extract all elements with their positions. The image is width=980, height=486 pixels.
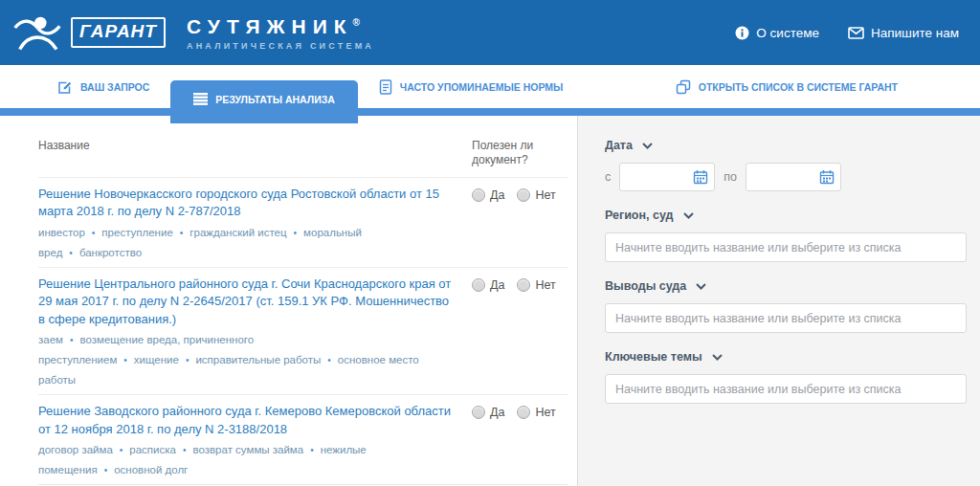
radio-circle-icon bbox=[472, 188, 485, 202]
useful-column-header: Полезен ли документ? bbox=[472, 139, 568, 167]
result-tag[interactable]: расписка bbox=[129, 444, 176, 455]
app-title: СУТЯЖНИК® bbox=[187, 15, 374, 38]
radio-no[interactable]: Нет bbox=[517, 278, 555, 292]
radio-circle-icon bbox=[472, 406, 485, 419]
tabs: Ваш запрос Результаты анализа bbox=[0, 73, 980, 108]
result-tag[interactable]: возврат суммы займа bbox=[192, 444, 303, 455]
tag-separator: • bbox=[327, 355, 331, 365]
conclusions-filter-toggle[interactable]: Выводы суда bbox=[605, 279, 965, 293]
radio-yes[interactable]: Да bbox=[472, 406, 504, 419]
result-tag[interactable]: инвестор bbox=[38, 227, 85, 238]
radio-yes[interactable]: Да bbox=[472, 188, 504, 202]
tag-separator: • bbox=[104, 465, 108, 475]
radio-label-yes: Да bbox=[490, 406, 504, 419]
radio-circle-icon bbox=[472, 278, 485, 292]
table-row: Решение Заводского районного суда г. Кем… bbox=[38, 394, 568, 484]
chevron-down-icon bbox=[712, 354, 723, 361]
usefulness-radio-group: Да Нет bbox=[472, 276, 568, 390]
result-tag[interactable]: гражданский истец bbox=[189, 227, 286, 238]
result-tag[interactable]: договор займа bbox=[38, 444, 113, 455]
tab-analysis-results[interactable]: Результаты анализа bbox=[170, 80, 358, 123]
app-header: ГАРАНТ СУТЯЖНИК® АНАЛИТИЧЕСКАЯ СИСТЕМА О… bbox=[0, 0, 980, 65]
radio-label-no: Нет bbox=[535, 406, 555, 419]
results-column-headers: Название Полезен ли документ? bbox=[38, 139, 568, 177]
open-list-label: Открыть список в системе Гарант bbox=[699, 81, 898, 93]
tag-separator: • bbox=[92, 228, 96, 238]
result-tags: договор займа•расписка•возврат суммы зай… bbox=[38, 440, 458, 480]
radio-no[interactable]: Нет bbox=[517, 406, 555, 419]
name-column-header: Название bbox=[38, 139, 472, 152]
filter-section-date: Дата с bbox=[605, 139, 965, 191]
contact-us-label: Напишите нам bbox=[871, 26, 959, 40]
main-content: Название Полезен ли документ? Решение Но… bbox=[0, 116, 980, 486]
result-tag[interactable]: банкротство bbox=[79, 247, 142, 258]
calendar-icon[interactable] bbox=[819, 169, 835, 185]
contact-us-link[interactable]: Напишите нам bbox=[848, 26, 959, 40]
conclusions-filter-input[interactable] bbox=[605, 303, 967, 333]
open-list-in-garant-link[interactable]: Открыть список в системе Гарант bbox=[676, 79, 898, 108]
result-tags: инвестор•преступление•гражданский истец•… bbox=[38, 223, 458, 263]
results-panel: Название Полезен ли документ? Решение Но… bbox=[0, 116, 577, 486]
topics-filter-toggle[interactable]: Ключевые темы bbox=[605, 350, 965, 364]
date-to-label: по bbox=[724, 170, 737, 184]
date-to-wrap bbox=[746, 163, 841, 191]
tag-separator: • bbox=[183, 445, 187, 455]
radio-label-yes: Да bbox=[490, 278, 504, 292]
result-tag[interactable]: заем bbox=[38, 334, 63, 345]
region-filter-input[interactable] bbox=[605, 232, 967, 262]
result-tag[interactable]: основной долг bbox=[114, 464, 188, 475]
radio-circle-icon bbox=[517, 188, 530, 202]
usefulness-radio-group: Да Нет bbox=[472, 186, 568, 263]
radio-label-no: Нет bbox=[535, 278, 555, 292]
result-title-link[interactable]: Решение Новочеркасского городского суда … bbox=[38, 186, 458, 221]
tab-bar: Ваш запрос Результаты анализа bbox=[0, 65, 980, 116]
registered-mark: ® bbox=[353, 17, 360, 28]
list-icon bbox=[193, 93, 208, 105]
app-subtitle: АНАЛИТИЧЕСКАЯ СИСТЕМА bbox=[187, 41, 374, 51]
result-tag[interactable]: преступление bbox=[101, 227, 172, 238]
chevron-down-icon bbox=[696, 283, 706, 290]
tab-frequent-norms[interactable]: Часто упоминаемые нормы bbox=[366, 79, 577, 108]
about-system-label: О системе bbox=[756, 26, 819, 40]
garant-logo[interactable]: ГАРАНТ bbox=[0, 13, 166, 52]
filter-section-region: Регион, суд bbox=[605, 209, 965, 262]
table-row: Решение Центрального районного суда г. С… bbox=[38, 267, 568, 394]
tag-separator: • bbox=[120, 445, 123, 455]
table-row: Решение Новочеркасского городского суда … bbox=[38, 177, 568, 267]
info-icon bbox=[735, 26, 749, 40]
garant-bird-icon bbox=[13, 13, 61, 52]
copy-icon bbox=[676, 79, 691, 95]
date-from-wrap bbox=[619, 163, 715, 191]
document-icon bbox=[379, 79, 392, 95]
tab-label: Результаты анализа bbox=[215, 94, 335, 105]
tag-separator: • bbox=[310, 445, 314, 455]
calendar-icon[interactable] bbox=[693, 169, 708, 185]
topics-filter-label: Ключевые темы bbox=[605, 350, 702, 364]
radio-no[interactable]: Нет bbox=[517, 188, 555, 202]
tag-separator: • bbox=[123, 355, 127, 365]
tab-your-request[interactable]: Ваш запрос bbox=[44, 79, 163, 108]
result-tag[interactable]: хищение bbox=[134, 354, 179, 365]
filter-section-conclusions: Выводы суда bbox=[605, 279, 965, 333]
result-tag[interactable]: исправительные работы bbox=[195, 354, 321, 365]
tag-separator: • bbox=[70, 335, 74, 345]
radio-label-yes: Да bbox=[490, 188, 504, 202]
result-tags: заем•возмещение вреда, причиненного прес… bbox=[38, 330, 458, 390]
radio-label-no: Нет bbox=[535, 188, 555, 202]
date-filter-label: Дата bbox=[605, 139, 633, 152]
date-filter-toggle[interactable]: Дата bbox=[605, 139, 965, 152]
result-title-link[interactable]: Решение Центрального районного суда г. С… bbox=[38, 276, 458, 328]
filters-panel: Дата с bbox=[577, 116, 980, 486]
radio-yes[interactable]: Да bbox=[472, 278, 504, 292]
date-from-label: с bbox=[605, 170, 611, 184]
topics-filter-input[interactable] bbox=[605, 374, 967, 404]
app-title-block: СУТЯЖНИК® АНАЛИТИЧЕСКАЯ СИСТЕМА bbox=[187, 15, 374, 51]
pencil-icon bbox=[57, 79, 73, 95]
garant-logo-text: ГАРАНТ bbox=[71, 17, 166, 48]
region-filter-toggle[interactable]: Регион, суд bbox=[605, 209, 965, 222]
results-list: Решение Новочеркасского городского суда … bbox=[38, 177, 568, 486]
tag-separator: • bbox=[186, 355, 189, 365]
about-system-link[interactable]: О системе bbox=[735, 26, 819, 40]
result-title-link[interactable]: Решение Заводского районного суда г. Кем… bbox=[38, 403, 458, 438]
chevron-down-icon bbox=[683, 212, 694, 219]
